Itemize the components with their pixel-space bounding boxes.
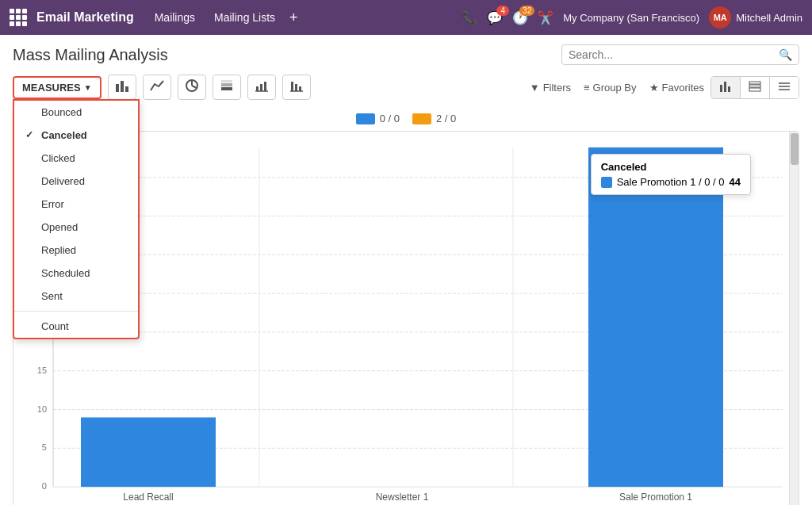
- svg-rect-1: [121, 81, 124, 92]
- groupby-button[interactable]: ≡ Group By: [584, 82, 637, 94]
- svg-text:Lead Recall: Lead Recall: [123, 492, 173, 503]
- menu-item-replied[interactable]: Replied: [14, 239, 138, 262]
- svg-line-5: [192, 86, 197, 88]
- bar-lead-recall[interactable]: [81, 417, 216, 487]
- search-input[interactable]: [569, 48, 779, 61]
- line-chart-btn[interactable]: [143, 75, 171, 100]
- svg-rect-15: [295, 84, 297, 91]
- svg-rect-6: [221, 87, 232, 90]
- svg-rect-14: [291, 82, 293, 91]
- search-box[interactable]: 🔍: [561, 44, 799, 65]
- view-type-buttons: [710, 76, 799, 99]
- activity-badge: 32: [519, 6, 534, 16]
- measures-button[interactable]: MEASURES ▼: [13, 76, 102, 99]
- list-view-icon: [778, 81, 791, 92]
- chat-icon[interactable]: 💬 4: [487, 10, 503, 25]
- menu-item-canceled[interactable]: ✓ Canceled: [14, 124, 138, 147]
- nav-mailings[interactable]: Mailings: [147, 8, 203, 27]
- stack-chart-btn[interactable]: [213, 75, 241, 100]
- phone-icon[interactable]: 📞: [462, 10, 477, 25]
- top-nav: Mailings Mailing Lists +: [147, 8, 301, 27]
- groupby-icon: ≡: [584, 82, 590, 94]
- nav-mailing-lists[interactable]: Mailing Lists: [206, 8, 283, 27]
- descending-btn[interactable]: [282, 75, 311, 100]
- legend-item-1: 2 / 0: [412, 113, 456, 124]
- bar-chart-btn[interactable]: [108, 75, 136, 100]
- bar-sale-promotion[interactable]: [588, 147, 723, 487]
- stack-icon: [220, 79, 234, 92]
- search-icon[interactable]: 🔍: [779, 48, 792, 61]
- activity-icon[interactable]: 🕐 32: [512, 10, 528, 25]
- svg-text:5: 5: [42, 442, 47, 452]
- line-chart-icon: [150, 79, 164, 92]
- svg-rect-20: [749, 82, 760, 84]
- nav-add-button[interactable]: +: [286, 10, 301, 26]
- chart-view-btn[interactable]: [711, 77, 741, 98]
- favorites-button[interactable]: ★ Favorites: [649, 82, 704, 94]
- menu-item-error[interactable]: Error: [14, 193, 138, 216]
- svg-text:Sale Promotion 1: Sale Promotion 1: [619, 492, 692, 503]
- caret-icon: ▼: [84, 83, 92, 92]
- settings-icon[interactable]: ✂️: [538, 10, 553, 25]
- menu-item-opened[interactable]: Opened: [14, 216, 138, 239]
- svg-text:15: 15: [37, 365, 47, 375]
- list-view-btn[interactable]: [770, 77, 799, 98]
- svg-text:10: 10: [37, 404, 47, 414]
- user-menu[interactable]: MA Mitchell Admin: [709, 6, 802, 29]
- filter-group: ▼ Filters ≡ Group By ★ Favorites: [530, 82, 704, 94]
- svg-rect-12: [264, 82, 266, 91]
- user-name: Mitchell Admin: [736, 12, 802, 24]
- topbar-icons: 📞 💬 4 🕐 32 ✂️ My Company (San Francisco)…: [462, 6, 802, 29]
- svg-rect-0: [116, 84, 119, 92]
- legend-label-1: 2 / 0: [436, 113, 456, 124]
- svg-rect-22: [749, 88, 760, 91]
- subheader: Mass Mailing Analysis 🔍: [0, 35, 812, 71]
- menu-item-sent[interactable]: Sent: [14, 285, 138, 308]
- menu-item-delivered[interactable]: Delivered: [14, 170, 138, 193]
- page-title: Mass Mailing Analysis: [13, 46, 168, 64]
- chart-scrollbar[interactable]: [789, 132, 799, 505]
- star-icon: ★: [649, 82, 659, 94]
- ascending-icon: [255, 79, 269, 92]
- menu-separator: [14, 311, 138, 312]
- svg-rect-7: [221, 83, 232, 86]
- measures-label: MEASURES: [22, 82, 81, 94]
- svg-rect-18: [724, 82, 726, 92]
- legend-label-0: 0 / 0: [380, 113, 400, 124]
- svg-rect-8: [221, 80, 232, 82]
- app-logo[interactable]: Email Marketing: [10, 9, 134, 26]
- svg-text:Newsletter 1: Newsletter 1: [376, 492, 429, 503]
- company-name[interactable]: My Company (San Francisco): [563, 12, 699, 24]
- table-view-btn[interactable]: [741, 77, 770, 98]
- measures-container: MEASURES ▼ Bounced ✓ Canceled Clicked De…: [13, 76, 102, 99]
- user-avatar: MA: [709, 6, 731, 29]
- pie-chart-btn[interactable]: [178, 75, 206, 100]
- topbar: Email Marketing Mailings Mailing Lists +…: [0, 0, 812, 35]
- legend-swatch-1: [412, 113, 431, 124]
- menu-item-count[interactable]: Count: [14, 315, 138, 338]
- svg-rect-11: [260, 84, 262, 91]
- grid-icon: [10, 9, 27, 26]
- filter-funnel-icon: ▼: [530, 82, 540, 94]
- ascending-btn[interactable]: [247, 75, 276, 100]
- descending-icon: [289, 79, 304, 92]
- svg-text:0: 0: [42, 481, 47, 491]
- svg-rect-16: [299, 86, 301, 91]
- legend-item-0: 0 / 0: [356, 113, 400, 124]
- svg-rect-19: [728, 86, 730, 92]
- chart-view-icon: [719, 81, 732, 92]
- measures-dropdown: Bounced ✓ Canceled Clicked Delivered Err…: [13, 99, 140, 339]
- scroll-thumb[interactable]: [791, 133, 799, 165]
- app-name: Email Marketing: [36, 10, 134, 25]
- menu-item-bounced[interactable]: Bounced: [14, 101, 138, 124]
- menu-item-clicked[interactable]: Clicked: [14, 147, 138, 170]
- svg-rect-10: [256, 86, 259, 91]
- svg-rect-21: [749, 85, 760, 87]
- pie-chart-icon: [185, 79, 199, 92]
- svg-rect-2: [125, 86, 128, 92]
- bar-chart-icon: [115, 79, 129, 92]
- menu-item-scheduled[interactable]: Scheduled: [14, 262, 138, 285]
- table-view-icon: [749, 81, 761, 92]
- filters-button[interactable]: ▼ Filters: [530, 82, 571, 94]
- toolbar: MEASURES ▼ Bounced ✓ Canceled Clicked De…: [0, 71, 812, 106]
